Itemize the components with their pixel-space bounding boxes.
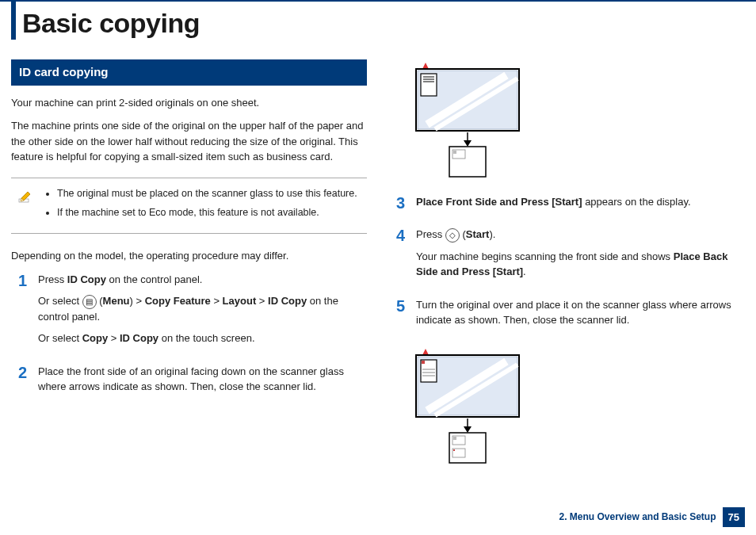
title-accent-bar [11,2,16,40]
scanner-diagram-front [411,59,745,183]
step4-text-a: Press ◇ (Start). [416,227,745,243]
step-number: 5 [389,297,405,334]
svg-rect-23 [422,361,425,364]
step4-text-b: Your machine begins scanning the front s… [416,249,745,280]
step3-text: Place Front Side and Press [Start] appea… [416,194,745,210]
page-footer: 2. Menu Overview and Basic Setup 75 [559,507,745,528]
svg-rect-16 [453,151,456,154]
left-column: ID card copying Your machine can print 2… [11,59,367,480]
step2-text: Place the front side of an original faci… [38,364,367,395]
svg-rect-31 [453,437,456,440]
step-2: 2 Place the front side of an original fa… [11,364,367,401]
svg-marker-17 [422,349,429,355]
menu-icon: ▤ [82,295,97,309]
step-number: 3 [389,194,405,216]
page-number: 75 [723,507,745,528]
step1-line-c: Or select Copy > ID Copy on the touch sc… [38,331,367,346]
step-4: 4 Press ◇ (Start). Your machine begins s… [389,227,745,286]
chapter-label: 2. Menu Overview and Basic Setup [559,510,716,524]
step1-line-a: Press ID Copy on the control panel. [38,272,367,288]
scanner-diagram-back [411,346,745,469]
section-heading: ID card copying [11,59,367,86]
page-title: Basic copying [22,2,200,44]
intro-text-1: Your machine can print 2-sided originals… [11,95,367,111]
step1-line-b: Or select ▤ (Menu) > Copy Feature > Layo… [38,293,367,324]
svg-marker-3 [422,63,429,69]
step-number: 4 [389,227,405,286]
note-icon [17,188,33,208]
note-box: The original must be placed on the scann… [11,178,367,235]
svg-marker-13 [464,140,472,147]
note-item-1: The original must be placed on the scann… [57,186,364,201]
step-5: 5 Turn the original over and place it on… [389,297,745,334]
intro-text-2: The machine prints one side of the origi… [11,118,367,165]
step-number: 1 [11,272,27,353]
step-number: 2 [11,364,27,401]
note-item-2: If the machine set to Eco mode, this fea… [57,205,364,220]
svg-rect-33 [453,449,455,451]
header-bar: Basic copying [0,0,756,44]
right-column: 3 Place Front Side and Press [Start] app… [389,59,745,480]
svg-marker-28 [464,426,472,433]
step-3: 3 Place Front Side and Press [Start] app… [389,194,745,216]
depending-text: Depending on the model, the operating pr… [11,248,367,264]
start-icon: ◇ [445,228,460,243]
step5-text: Turn the original over and place it on t… [416,297,745,328]
step-1: 1 Press ID Copy on the control panel. Or… [11,272,367,353]
